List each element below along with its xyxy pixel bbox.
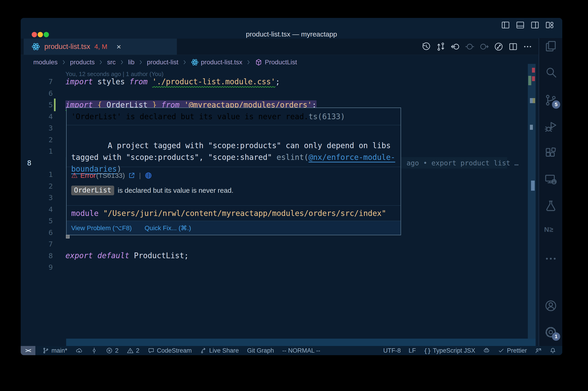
status-item-normal[interactable]: -- NORMAL -- <box>282 347 320 354</box>
status-item-codestream[interactable]: CodeStream <box>148 347 192 354</box>
status-item-main[interactable]: main* <box>42 347 67 354</box>
eslint-source-prefix: eslint( <box>276 153 309 162</box>
breadcrumb-item-product-list[interactable]: product-list <box>147 59 178 66</box>
hover-module-row: module "/Users/juri/nrwl/content/myreact… <box>67 206 401 221</box>
toggle-panel-icon[interactable] <box>515 20 525 30</box>
nx-console-icon[interactable]: N≥ <box>544 226 557 239</box>
status-item-label: 2 <box>136 347 139 354</box>
explorer-icon[interactable] <box>544 39 557 53</box>
navigate-back-icon[interactable] <box>450 42 460 51</box>
quick-fix-action[interactable]: Quick Fix... (⌘.) <box>145 224 191 232</box>
compare-changes-icon[interactable] <box>436 42 446 51</box>
remote-indicator[interactable]: >< <box>21 346 35 355</box>
breadcrumb-item-product-list-tsx[interactable]: product-list.tsx <box>191 58 243 66</box>
toggle-primary-sidebar-icon[interactable] <box>501 20 510 30</box>
status-item-live-share[interactable]: Live Share <box>200 347 239 354</box>
line-number: 8 <box>21 159 53 167</box>
status-item-utf-8[interactable]: UTF-8 <box>383 347 401 354</box>
testing-icon[interactable] <box>544 199 557 212</box>
error-code: (TS6133) <box>96 172 125 180</box>
breadcrumb-item-products[interactable]: products <box>70 59 95 66</box>
breadcrumb-label: products <box>70 59 95 66</box>
code-line[interactable]: 6 <box>21 88 562 99</box>
customize-layout-icon[interactable] <box>545 20 554 30</box>
line-number: 8 <box>21 252 53 260</box>
status-item-prettier[interactable]: Prettier <box>498 347 527 354</box>
search-icon[interactable] <box>544 66 557 79</box>
next-change-icon[interactable] <box>479 42 489 51</box>
line-number: 9 <box>21 263 53 271</box>
tab-product-list[interactable]: product-list.tsx 4, M × <box>24 39 177 55</box>
chevron-right-icon <box>182 59 188 65</box>
split-editor-icon[interactable] <box>508 42 518 51</box>
more-actions-icon[interactable] <box>523 42 532 51</box>
code-line[interactable]: 7 <box>21 238 562 250</box>
breadcrumb-item-modules[interactable]: modules <box>33 59 58 66</box>
selection-mark <box>530 98 533 103</box>
extensions-icon[interactable] <box>544 146 557 160</box>
separator: | <box>139 172 141 180</box>
hover-resize-grip[interactable] <box>66 235 70 238</box>
feedback-icon <box>535 347 542 354</box>
code-token: export <box>66 251 93 260</box>
breadcrumb-item-src[interactable]: src <box>107 59 116 66</box>
title-bar: product-list.tsx — myreactapp <box>21 18 562 39</box>
breadcrumb-item-productlist[interactable]: ProductList <box>255 58 297 66</box>
status-item-copilot[interactable] <box>483 347 490 354</box>
modified-mark <box>528 76 531 85</box>
chevron-right-icon <box>138 59 144 65</box>
diagnostic-hover: 'OrderList' is declared but its value is… <box>66 107 401 235</box>
vscode-window: product-list.tsx — myreactapp product-li… <box>21 18 562 355</box>
warning-icon <box>127 347 134 354</box>
status-item-bell[interactable] <box>549 347 556 354</box>
toggle-secondary-sidebar-icon[interactable] <box>530 20 540 30</box>
hover-message-source: ts(6133) <box>309 112 345 121</box>
status-item-label: Git Graph <box>247 347 274 354</box>
status-item-lf[interactable]: LF <box>409 347 416 354</box>
status-item-git-commit[interactable] <box>91 347 98 354</box>
remote-explorer-icon[interactable] <box>544 173 557 186</box>
previous-change-icon[interactable] <box>465 42 475 51</box>
status-item-feedback[interactable] <box>535 347 542 354</box>
status-item-typescript-jsx[interactable]: {}TypeScript JSX <box>423 347 475 354</box>
settings-badge: 1 <box>552 332 560 341</box>
status-item-git-graph[interactable]: Git Graph <box>247 347 274 354</box>
code-token: ProductList; <box>129 251 189 260</box>
accounts-icon[interactable] <box>544 299 557 312</box>
code-token <box>148 77 152 86</box>
hover-error-section: ⚠ Error(TS6133) | OrderList is declared … <box>67 167 401 206</box>
timeline-history-icon[interactable] <box>421 42 431 51</box>
scrollbar-slider[interactable] <box>531 181 535 191</box>
editor-pane[interactable]: You, 12 seconds ago | 1 author (You) 7im… <box>21 70 562 339</box>
overview-ruler[interactable] <box>528 64 536 344</box>
status-item-label: Live Share <box>209 347 239 354</box>
breadcrumb-item-lib[interactable]: lib <box>128 59 135 66</box>
globe-icon[interactable] <box>145 172 152 180</box>
status-item-2[interactable]: 2 <box>106 347 118 354</box>
breadcrumb-label: lib <box>128 59 135 66</box>
horizontal-scrollbar[interactable] <box>66 339 536 346</box>
code-line[interactable]: 7import styles from './product-list.modu… <box>21 76 562 88</box>
code-line[interactable]: 8export default ProductList; <box>21 250 562 262</box>
more-views-icon[interactable] <box>544 252 557 265</box>
status-item-cloud-upload[interactable] <box>76 347 83 354</box>
status-item-label: TypeScript JSX <box>433 347 475 354</box>
line-number: 6 <box>21 89 53 98</box>
line-number: 7 <box>21 240 53 248</box>
view-problem-action[interactable]: View Problem (⌥F8) <box>71 224 132 232</box>
cloud-upload-icon <box>76 347 83 354</box>
settings-icon[interactable]: 1 <box>544 325 557 339</box>
close-icon[interactable]: × <box>116 43 121 51</box>
line-number: 6 <box>21 228 53 237</box>
open-changes-icon[interactable] <box>494 42 504 51</box>
status-item-label: 2 <box>115 347 118 354</box>
source-control-icon[interactable]: 5 <box>544 94 557 107</box>
code-line[interactable]: 9 <box>21 261 562 273</box>
line-number: 5 <box>21 217 53 225</box>
chevron-right-icon <box>98 59 104 65</box>
external-link-icon[interactable] <box>128 172 136 180</box>
breadcrumb: modulesproductssrclibproduct-listproduct… <box>21 55 562 70</box>
status-item-2[interactable]: 2 <box>127 347 139 354</box>
run-debug-icon[interactable] <box>544 120 557 133</box>
error-detail-row: OrderList is declared but its value is n… <box>71 186 396 195</box>
